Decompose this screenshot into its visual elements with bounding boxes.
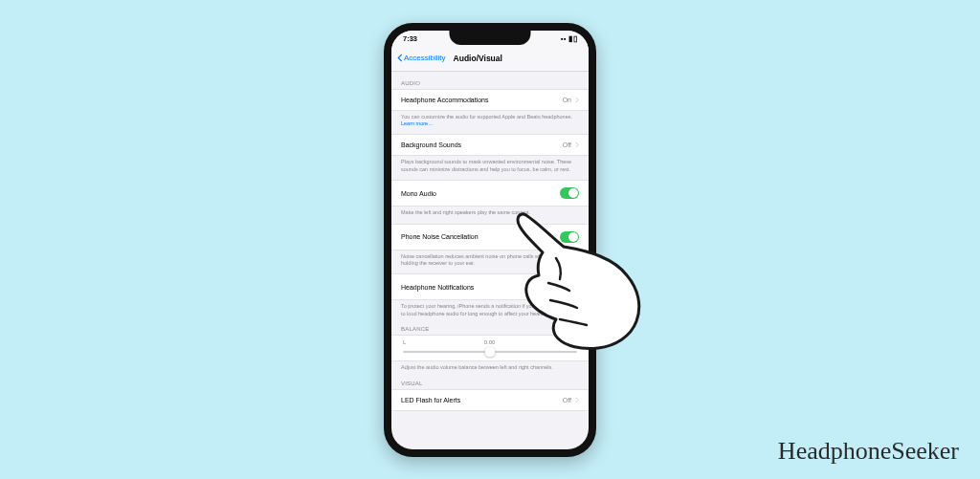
slider-knob[interactable] [485, 347, 496, 358]
row-value: Off [563, 142, 571, 148]
notch [450, 31, 531, 45]
chevron-right-icon [575, 142, 579, 148]
row-label: LED Flash for Alerts [401, 397, 460, 403]
balance-left-label: L [403, 339, 406, 345]
mono-audio-toggle[interactable] [560, 187, 579, 199]
row-led-flash[interactable]: LED Flash for Alerts Off [391, 389, 589, 411]
back-button[interactable]: Accessibility [397, 54, 446, 62]
learn-more-link[interactable]: Learn more… [401, 120, 434, 126]
balance-value: 0.00 [484, 339, 496, 345]
section-header-visual: VISUAL [391, 372, 589, 389]
row-mono-audio: Mono Audio [391, 180, 589, 207]
status-indicators: ▪▪ ▮▯ [561, 34, 577, 43]
footer-text: Plays background sounds to mask unwanted… [391, 156, 589, 173]
chevron-left-icon [397, 54, 403, 62]
page-title: Audio/Visual [454, 54, 502, 63]
row-value: On [563, 97, 571, 103]
row-label: Headphone Accommodations [401, 97, 488, 103]
watermark: HeadphoneSeeker [778, 437, 959, 466]
footer-text: You can customize the audio for supporte… [391, 111, 589, 128]
row-label: Phone Noise Cancellation [401, 233, 479, 240]
footer-text: Adjust the audio volume balance between … [391, 361, 589, 371]
status-time: 7:33 [403, 34, 417, 43]
pointing-hand-icon [510, 208, 644, 361]
row-value: Off [563, 397, 571, 403]
chevron-right-icon [575, 97, 579, 103]
row-label: Headphone Notifications [401, 284, 474, 291]
back-label: Accessibility [404, 54, 446, 62]
row-headphone-accommodations[interactable]: Headphone Accommodations On [391, 89, 589, 111]
nav-bar: Accessibility Audio/Visual [391, 48, 589, 72]
chevron-right-icon [575, 397, 579, 403]
section-header-audio: AUDIO [391, 72, 589, 89]
row-label: Background Sounds [401, 142, 461, 148]
row-background-sounds[interactable]: Background Sounds Off [391, 134, 589, 156]
row-label: Mono Audio [401, 190, 436, 197]
